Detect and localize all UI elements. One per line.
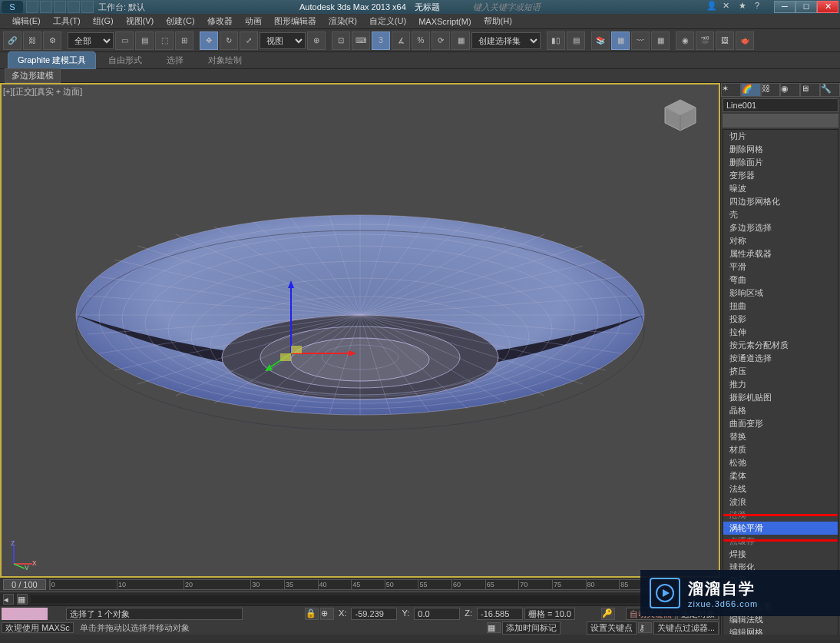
time-slider[interactable]: 0 / 100 01020303540455055606570758085909… (0, 578, 720, 592)
pivot-icon[interactable]: ⊕ (307, 31, 326, 50)
render-fb-icon[interactable]: 🖼 (716, 31, 734, 50)
menu-create[interactable]: 创建(C) (160, 14, 200, 28)
refcoord-select[interactable]: 视图 (260, 32, 306, 49)
modifier-item[interactable]: 影响区域 (723, 287, 838, 300)
minimize-button[interactable]: ─ (774, 1, 795, 13)
trackbar-keys-icon[interactable]: ▦ (17, 594, 28, 605)
curve-editor-icon[interactable]: 〰 (631, 31, 650, 50)
ribbon-tab-paint[interactable]: 对象绘制 (196, 52, 254, 68)
time-slider-handle[interactable]: 0 / 100 (3, 579, 46, 590)
menu-modifiers[interactable]: 修改器 (201, 14, 239, 28)
render-setup-icon[interactable]: 🎬 (696, 31, 714, 50)
trackbar-toggle-icon[interactable]: ◂ (3, 594, 14, 605)
modifier-item[interactable]: 法线 (723, 482, 838, 496)
angle-snap-icon[interactable]: ∡ (392, 31, 410, 50)
plate-object[interactable] (61, 161, 660, 469)
modifier-item[interactable]: 晶格 (723, 404, 838, 417)
menu-customize[interactable]: 自定义(U) (363, 14, 412, 28)
macro-recorder[interactable] (2, 608, 48, 620)
edit-sets-icon[interactable]: ▦ (451, 31, 470, 50)
align-icon[interactable]: ▤ (567, 31, 585, 50)
tab-hierarchy-icon[interactable]: ⛓ (761, 83, 781, 97)
qat-redo-icon[interactable] (81, 1, 94, 13)
abs-rel-icon[interactable]: ⊕ (320, 608, 334, 620)
time-track[interactable]: 010203035404550556065707580859095100 (49, 579, 720, 590)
modifier-item[interactable]: 对称 (723, 234, 838, 247)
viewcube-icon[interactable] (661, 96, 699, 134)
modifier-item[interactable]: 变形器 (723, 169, 838, 182)
modifier-item[interactable]: 焊接 (723, 548, 838, 561)
track-bar[interactable]: ◂ ▦ (0, 592, 720, 605)
menu-render[interactable]: 渲染(R) (322, 14, 363, 28)
workspace-label[interactable]: 工作台: 默认 (98, 2, 145, 13)
tab-modify-icon[interactable]: 🌈 (741, 83, 761, 97)
tab-create-icon[interactable]: ✶ (721, 83, 741, 97)
modifier-item[interactable]: 替换 (723, 430, 838, 443)
tab-display-icon[interactable]: 🖥 (800, 83, 820, 97)
menu-help[interactable]: 帮助(H) (478, 14, 518, 28)
link-icon[interactable]: 🔗 (3, 31, 21, 50)
percent-snap-icon[interactable]: % (412, 31, 430, 50)
named-sets-select[interactable]: 创建选择集 (471, 32, 541, 49)
modifier-item[interactable]: 松弛 (723, 456, 838, 469)
modifier-item[interactable]: 平滑 (723, 260, 838, 273)
bind-icon[interactable]: ⚙ (43, 31, 61, 50)
modifier-item[interactable]: 弯曲 (723, 273, 838, 287)
menu-tools[interactable]: 工具(T) (47, 14, 87, 28)
help-icon[interactable]: ? (755, 1, 767, 13)
menu-animation[interactable]: 动画 (239, 14, 268, 28)
select-icon[interactable]: ▭ (115, 31, 134, 50)
keyfilter-icon[interactable]: ⚷ (638, 622, 652, 633)
modifier-item[interactable]: 挤压 (723, 365, 838, 378)
modifier-item[interactable]: 扭曲 (723, 300, 838, 313)
menu-view[interactable]: 视图(V) (120, 14, 160, 28)
modifier-item[interactable]: 多边形选择 (723, 221, 838, 234)
qat-save-icon[interactable] (54, 1, 66, 13)
modifier-item[interactable]: 推力 (723, 378, 838, 391)
qat-open-icon[interactable] (40, 1, 52, 13)
tab-utilities-icon[interactable]: 🔧 (820, 83, 840, 97)
menu-group[interactable]: 组(G) (87, 14, 120, 28)
modifier-item[interactable]: 柔体 (723, 469, 838, 482)
close-button[interactable]: ✕ (817, 1, 838, 13)
selection-filter[interactable]: 全部 (68, 32, 114, 49)
scale-icon[interactable]: ⤢ (240, 31, 258, 50)
modifier-item[interactable]: 按元素分配材质 (723, 339, 838, 352)
render-icon[interactable]: 🫖 (736, 31, 754, 50)
modifier-item[interactable]: 涡轮平滑 (723, 522, 838, 535)
modifier-item[interactable]: 涟漪 (723, 509, 838, 522)
setkey-button[interactable]: 设置关键点 (587, 621, 637, 635)
unlink-icon[interactable]: ⛓ (23, 31, 41, 50)
ribbon-tab-freeform[interactable]: 自由形式 (96, 52, 154, 68)
object-name-field[interactable] (723, 98, 838, 112)
move-icon[interactable]: ✥ (200, 31, 218, 50)
menu-edit[interactable]: 编辑(E) (6, 14, 47, 28)
modifier-item[interactable]: 投影 (723, 313, 838, 326)
modifier-item[interactable]: 删除面片 (723, 156, 838, 169)
menu-maxscript[interactable]: MAXScript(M) (412, 15, 477, 28)
signin-icon[interactable]: 👤 (706, 1, 719, 13)
modifier-item[interactable]: 壳 (723, 208, 838, 221)
ribbon-polymodel[interactable]: 多边形建模 (5, 68, 61, 83)
search-hint[interactable]: 键入关键字或短语 (473, 2, 541, 12)
modifier-item[interactable]: 按通道选择 (723, 352, 838, 365)
manipulate-icon[interactable]: ⊡ (332, 31, 350, 50)
modifier-item[interactable]: 波浪 (723, 496, 838, 509)
modifier-item[interactable]: 四边形网格化 (723, 195, 838, 208)
exchange-icon[interactable]: ✕ (723, 1, 735, 13)
viewport[interactable]: [+][正交][真实 + 边面] z x y (0, 83, 720, 578)
qat-new-icon[interactable] (26, 1, 38, 13)
keymode-icon[interactable]: ⌨ (352, 31, 370, 50)
key-icon[interactable]: 🔑 (601, 608, 615, 620)
modifier-item[interactable]: 噪波 (723, 182, 838, 195)
modifier-item[interactable]: 材质 (723, 443, 838, 456)
modifier-item[interactable]: 拉伸 (723, 326, 838, 339)
favorite-icon[interactable]: ★ (739, 1, 751, 13)
y-coord[interactable]: 0.0 (414, 608, 460, 620)
keyfilter-button[interactable]: 关键点过滤器... (653, 621, 719, 635)
rotate-icon[interactable]: ↻ (220, 31, 238, 50)
schematic-icon[interactable]: ▦ (651, 31, 670, 50)
material-editor-icon[interactable]: ◉ (676, 31, 694, 50)
tab-motion-icon[interactable]: ◉ (780, 83, 800, 97)
snap-toggle-icon[interactable]: 3 (372, 31, 390, 50)
